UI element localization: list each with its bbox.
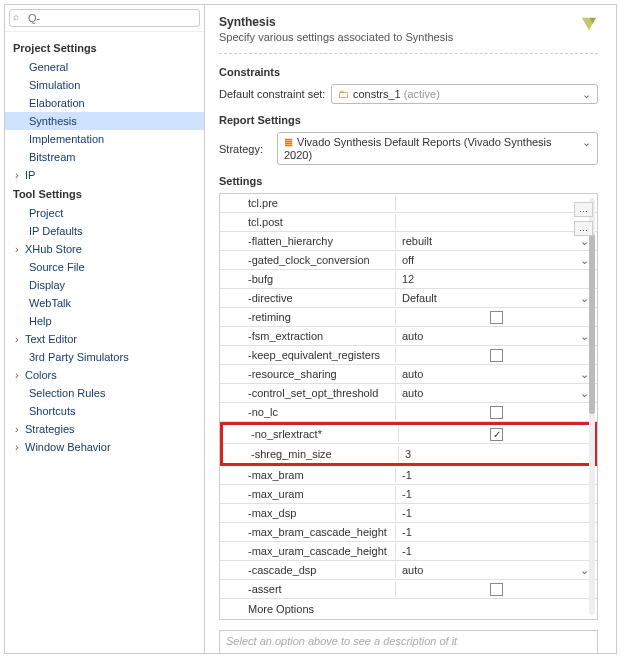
setting-key: -max_bram_cascade_height [220, 524, 396, 540]
tree-item-label: XHub Store [25, 243, 82, 255]
setting-row[interactable]: -control_set_opt_thresholdauto [220, 384, 597, 403]
setting-value[interactable]: auto [396, 562, 597, 578]
setting-value[interactable] [396, 347, 597, 364]
setting-row[interactable]: -gated_clock_conversionoff [220, 251, 597, 270]
setting-value[interactable]: -1 [396, 486, 597, 502]
setting-row[interactable]: -max_bram-1 [220, 466, 597, 485]
setting-value[interactable]: -1 [396, 524, 597, 540]
setting-value[interactable]: 12 [396, 271, 597, 287]
setting-value[interactable]: off [396, 252, 597, 268]
report-icon: ≣ [284, 136, 293, 148]
setting-value[interactable]: auto [396, 366, 597, 382]
setting-row[interactable]: -cascade_dspauto [220, 561, 597, 580]
setting-row[interactable]: tcl.post… [220, 213, 597, 232]
tree-item-label: General [29, 61, 68, 73]
constraint-active-suffix: (active) [404, 88, 440, 100]
setting-key: -max_uram [220, 486, 396, 502]
highlighted-rows: -no_srlextract*✓-shreg_min_size3 [220, 422, 597, 466]
setting-value[interactable] [396, 581, 597, 598]
strategy-label: Strategy: [219, 143, 277, 155]
setting-key: -control_set_opt_threshold [220, 385, 396, 401]
tree-item-bitstream[interactable]: Bitstream [5, 148, 204, 166]
settings-table: tcl.pre…tcl.post…-flatten_hierarchyrebui… [219, 193, 598, 620]
tree-item-webtalk[interactable]: WebTalk [5, 294, 204, 312]
setting-value[interactable] [396, 404, 597, 421]
tree-item-label: Shortcuts [29, 405, 75, 417]
setting-value[interactable]: Default [396, 290, 597, 306]
checkbox[interactable] [490, 349, 503, 362]
tree-item-elaboration[interactable]: Elaboration [5, 94, 204, 112]
setting-value[interactable]: -1 [396, 467, 597, 483]
setting-row[interactable]: -max_uram_cascade_height-1 [220, 542, 597, 561]
chevron-right-icon: › [15, 169, 25, 181]
tree-item-shortcuts[interactable]: Shortcuts [5, 402, 204, 420]
tree-item-ip-defaults[interactable]: IP Defaults [5, 222, 204, 240]
strategy-select[interactable]: ≣Vivado Synthesis Default Reports (Vivad… [277, 132, 598, 165]
checkbox[interactable] [490, 583, 503, 596]
more-options-row[interactable]: More Options [220, 599, 597, 619]
right-panel: Synthesis Specify various settings assoc… [205, 5, 616, 653]
tree-item-simulation[interactable]: Simulation [5, 76, 204, 94]
setting-row[interactable]: tcl.pre… [220, 194, 597, 213]
setting-key: -cascade_dsp [220, 562, 396, 578]
setting-row[interactable]: -max_dsp-1 [220, 504, 597, 523]
chevron-right-icon: › [15, 423, 25, 435]
setting-row[interactable]: -max_bram_cascade_height-1 [220, 523, 597, 542]
setting-row[interactable]: -shreg_min_size3 [223, 444, 594, 463]
tree-item-project[interactable]: Project [5, 204, 204, 222]
setting-key: -assert [220, 581, 396, 597]
setting-value[interactable]: rebuilt [396, 233, 597, 249]
setting-row[interactable]: -keep_equivalent_registers [220, 346, 597, 365]
tree-item-label: Source File [29, 261, 85, 273]
chevron-right-icon: › [15, 369, 25, 381]
setting-row[interactable]: -assert [220, 580, 597, 599]
setting-row[interactable]: -max_uram-1 [220, 485, 597, 504]
tree-item-general[interactable]: General [5, 58, 204, 76]
tree-item-strategies[interactable]: ›Strategies [5, 420, 204, 438]
setting-value[interactable]: … [396, 220, 597, 224]
setting-value[interactable] [396, 309, 597, 326]
setting-row[interactable]: -retiming [220, 308, 597, 327]
setting-key: -fsm_extraction [220, 328, 396, 344]
settings-tree: Project SettingsGeneralSimulationElabora… [5, 32, 204, 653]
tree-item-colors[interactable]: ›Colors [5, 366, 204, 384]
tree-item-source-file[interactable]: Source File [5, 258, 204, 276]
setting-row[interactable]: -flatten_hierarchyrebuilt [220, 232, 597, 251]
tree-item-xhub-store[interactable]: ›XHub Store [5, 240, 204, 258]
tree-item-implementation[interactable]: Implementation [5, 130, 204, 148]
chevron-right-icon: › [15, 243, 25, 255]
setting-value[interactable]: … [396, 201, 597, 205]
settings-header: Settings [219, 175, 598, 187]
browse-button[interactable]: … [574, 202, 593, 217]
setting-row[interactable]: -no_srlextract*✓ [223, 425, 594, 444]
tree-item-selection-rules[interactable]: Selection Rules [5, 384, 204, 402]
setting-value[interactable]: -1 [396, 505, 597, 521]
tree-item-3rd-party-simulators[interactable]: 3rd Party Simulators [5, 348, 204, 366]
constraint-set-select[interactable]: 🗀constrs_1 (active) [331, 84, 598, 104]
setting-row[interactable]: -fsm_extractionauto [220, 327, 597, 346]
search-input[interactable] [9, 9, 200, 27]
checkbox[interactable] [490, 311, 503, 324]
checkbox[interactable] [490, 406, 503, 419]
setting-row[interactable]: -bufg12 [220, 270, 597, 289]
divider [219, 53, 598, 54]
setting-key: -no_srlextract* [223, 426, 399, 442]
setting-row[interactable]: -resource_sharingauto [220, 365, 597, 384]
setting-key: -retiming [220, 309, 396, 325]
setting-row[interactable]: -no_lc [220, 403, 597, 422]
setting-value[interactable]: ✓ [399, 426, 594, 443]
setting-row[interactable]: -directiveDefault [220, 289, 597, 308]
setting-value[interactable]: auto [396, 328, 597, 344]
tree-item-ip[interactable]: ›IP [5, 166, 204, 184]
constraints-header: Constraints [219, 66, 598, 78]
tree-item-display[interactable]: Display [5, 276, 204, 294]
tree-item-help[interactable]: Help [5, 312, 204, 330]
checkbox[interactable]: ✓ [490, 428, 503, 441]
tree-item-text-editor[interactable]: ›Text Editor [5, 330, 204, 348]
tree-item-window-behavior[interactable]: ›Window Behavior [5, 438, 204, 456]
tree-item-label: Colors [25, 369, 57, 381]
tree-item-synthesis[interactable]: Synthesis [5, 112, 204, 130]
setting-value[interactable]: 3 [399, 446, 594, 462]
setting-value[interactable]: -1 [396, 543, 597, 559]
setting-value[interactable]: auto [396, 385, 597, 401]
